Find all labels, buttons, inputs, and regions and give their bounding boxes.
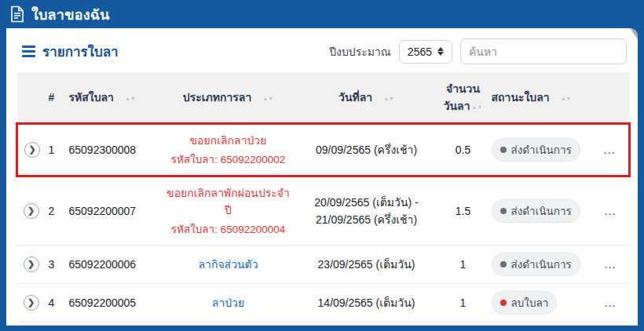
- status-cell: ส่งดำเนินการ: [488, 176, 592, 246]
- row-actions-button[interactable]: ...: [605, 261, 617, 270]
- row-actions-button[interactable]: ...: [605, 300, 617, 308]
- leave-type-cell: ขอยกเลิกลาพักผ่อนประจำปีรหัสใบลา: 650922…: [162, 176, 295, 246]
- header-expand: [17, 72, 46, 124]
- leave-date: 09/09/2565 (ครึ่งเช้า): [295, 124, 438, 176]
- leave-days: 1: [438, 284, 488, 322]
- leave-days: 1.5: [438, 176, 488, 246]
- actions-cell: ...: [592, 284, 630, 322]
- expand-row-button[interactable]: ❯: [24, 203, 39, 219]
- leave-code: 65092200005: [66, 284, 162, 322]
- leave-type-subtext: รหัสใบลา: 65092200004: [165, 220, 292, 238]
- sort-arrows-icon[interactable]: ▲▼: [262, 96, 273, 100]
- header-actions: [592, 72, 630, 124]
- list-icon: [22, 45, 35, 57]
- status-cell: ส่งดำเนินการ: [488, 124, 592, 176]
- expand-row-button[interactable]: ❯: [24, 295, 39, 311]
- section-title-label: รายการใบลา: [42, 41, 119, 62]
- actions-cell: ...: [592, 322, 630, 326]
- row-actions-button[interactable]: ...: [604, 147, 616, 155]
- leave-days: 1: [438, 246, 488, 284]
- row-actions-button[interactable]: ...: [605, 208, 617, 216]
- toolbar: รายการใบลา ปีงบประมาณ 2565: [6, 28, 638, 72]
- header-code[interactable]: รหัสใบลา▲▼: [66, 72, 162, 124]
- row-number: 4: [46, 284, 66, 322]
- expand-cell: ❯: [17, 322, 46, 326]
- status-label: ส่งดำเนินการ: [511, 202, 572, 220]
- table-header-row: # รหัสใบลา▲▼ ประเภทการลา▲▼ วันที่ลา▲▼ จำ…: [17, 72, 630, 124]
- leave-code: 65092200006: [66, 246, 162, 284]
- leave-type-link[interactable]: ขอยกเลิกลาพักผ่อนประจำปี: [165, 184, 292, 219]
- status-label: ลบใบลา: [511, 294, 549, 311]
- leave-code: 65092200004: [66, 322, 162, 326]
- fiscal-year-value: 2565: [408, 45, 432, 58]
- header-type[interactable]: ประเภทการลา▲▼: [162, 72, 295, 124]
- status-badge: ส่งดำเนินการ: [492, 253, 580, 276]
- table-row: ❯265092200007ขอยกเลิกลาพักผ่อนประจำปีรหั…: [17, 176, 630, 246]
- sort-arrows-icon[interactable]: ▲▼: [125, 96, 136, 100]
- status-dot-icon: [500, 300, 507, 306]
- leave-type-link[interactable]: ลากิจส่วนตัว: [165, 256, 292, 273]
- status-dot-icon: [500, 261, 507, 267]
- search-input[interactable]: [460, 38, 627, 64]
- row-number: 1: [46, 124, 66, 176]
- sort-arrows-icon[interactable]: ▲▼: [383, 96, 394, 100]
- section-title: รายการใบลา: [22, 41, 119, 62]
- row-number: 5: [46, 322, 66, 326]
- status-line: ส่งดำเนินการ: [492, 199, 589, 223]
- status-line: ส่งดำเนินการ: [492, 138, 589, 162]
- expand-cell: ❯: [17, 246, 46, 284]
- expand-cell: ❯: [17, 284, 46, 322]
- status-line: ส่งดำเนินการ: [492, 253, 589, 276]
- table-row: ❯565092200004ลาพักผ่อนประจำปี20/09/2565 …: [17, 322, 630, 326]
- status-dot-icon: [500, 147, 507, 153]
- status-cell: ส่งดำเนินการ: [488, 246, 592, 284]
- expand-cell: ❯: [17, 124, 46, 176]
- leave-days: 0.5: [438, 124, 488, 176]
- table-row: ❯365092200006ลากิจส่วนตัว23/09/2565 (เต็…: [17, 246, 630, 284]
- leave-type-cell: ลากิจส่วนตัว: [162, 246, 295, 284]
- status-label: ส่งดำเนินการ: [511, 256, 572, 273]
- header-days[interactable]: จำนวนวันลา▲▼: [438, 72, 488, 124]
- sort-arrows-icon[interactable]: ▲▼: [561, 96, 572, 100]
- sort-arrows-icon[interactable]: ▲▼: [472, 105, 483, 109]
- leave-type-subtext: รหัสใบลา: 65092200002: [165, 151, 292, 168]
- status-cell: ลบใบลา: [488, 284, 592, 322]
- actions-cell: ...: [592, 176, 630, 246]
- leave-type-link[interactable]: ขอยกเลิกลาป่วย: [165, 132, 292, 149]
- leave-date: 23/09/2565 (เต็มวัน): [295, 246, 438, 284]
- leave-date: 14/09/2565 (เต็มวัน): [295, 284, 438, 322]
- status-dot-icon: [500, 208, 507, 214]
- fiscal-year-select[interactable]: 2565: [399, 40, 452, 64]
- up-down-caret-icon: [437, 47, 444, 56]
- expand-row-button[interactable]: ❯: [24, 142, 40, 158]
- filters: ปีงบประมาณ 2565: [329, 38, 627, 64]
- leave-code: 65092200007: [66, 176, 162, 246]
- page-titlebar: ใบลาของฉัน: [0, 0, 644, 28]
- header-status[interactable]: สถานะใบลา▲▼: [488, 72, 592, 124]
- actions-cell: ...: [592, 124, 630, 176]
- row-number: 2: [46, 176, 66, 246]
- header-num: #: [46, 72, 66, 124]
- leave-days: 1.5: [438, 322, 488, 326]
- status-badge: ส่งดำเนินการ: [492, 199, 580, 223]
- fiscal-year-label: ปีงบประมาณ: [329, 43, 391, 60]
- leave-date: 20/09/2565 (เต็มวัน) - 21/09/2565 (ครึ่ง…: [295, 176, 438, 246]
- page-title: ใบลาของฉัน: [31, 3, 110, 26]
- leave-table-wrap: # รหัสใบลา▲▼ ประเภทการลา▲▼ วันที่ลา▲▼ จำ…: [6, 72, 638, 326]
- content-card: รายการใบลา ปีงบประมาณ 2565 # รหัสใบลา▲▼: [6, 28, 638, 326]
- status-cell: ✔อนุมัติรอการอนุมัติ: [488, 322, 592, 326]
- leave-date: 20/09/2565 (เต็มวัน) - 21/09/2565 (ครึ่ง…: [295, 322, 438, 326]
- leave-type-cell: ขอยกเลิกลาป่วยรหัสใบลา: 65092200002: [162, 124, 295, 176]
- table-row: ❯165092300008ขอยกเลิกลาป่วยรหัสใบลา: 650…: [17, 124, 630, 176]
- leave-type-link[interactable]: ลาป่วย: [165, 294, 292, 311]
- header-date[interactable]: วันที่ลา▲▼: [295, 72, 438, 124]
- table-row: ❯465092200005ลาป่วย14/09/2565 (เต็มวัน)1…: [17, 284, 630, 322]
- expand-row-button[interactable]: ❯: [24, 256, 39, 272]
- status-label: ส่งดำเนินการ: [511, 141, 572, 158]
- leave-table: # รหัสใบลา▲▼ ประเภทการลา▲▼ วันที่ลา▲▼ จำ…: [16, 72, 631, 326]
- status-line: ลบใบลา: [492, 291, 589, 315]
- file-lines-icon: [9, 5, 25, 23]
- leave-code: 65092300008: [66, 124, 162, 176]
- row-number: 3: [46, 246, 66, 284]
- leave-type-cell: ลาป่วย: [162, 284, 295, 322]
